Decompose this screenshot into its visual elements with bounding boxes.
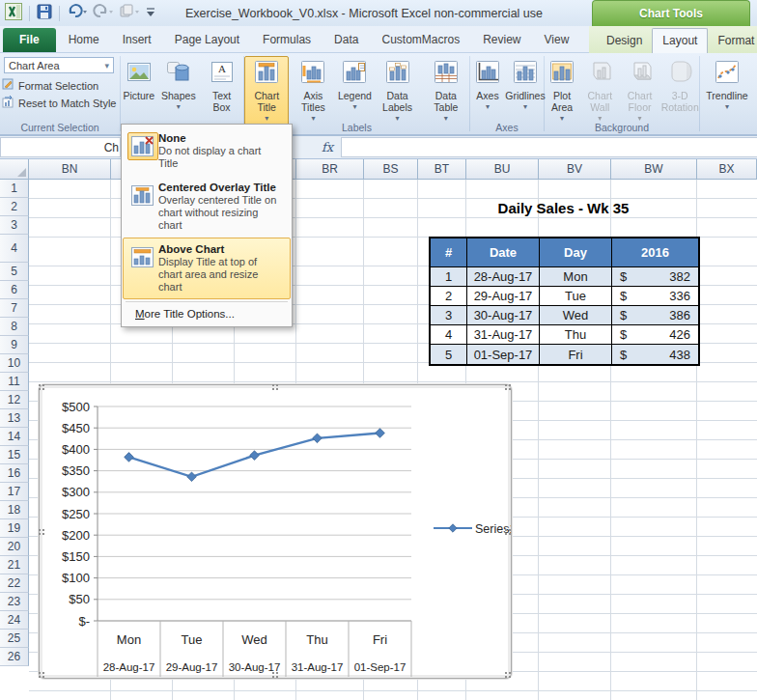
gridlines-icon [511, 59, 540, 88]
tab-insert[interactable]: Insert [112, 28, 162, 52]
redo-button[interactable] [92, 5, 115, 22]
column-header-bn[interactable]: BN [29, 159, 111, 180]
text-box-icon: A [208, 59, 237, 88]
row-header-12[interactable]: 12 [0, 391, 29, 409]
currency-symbol: $ [620, 308, 627, 322]
chart-resize-handle[interactable] [504, 528, 513, 537]
tab-data[interactable]: Data [323, 28, 369, 52]
button-axis-titles[interactable]: Axis Titles▾ [291, 56, 335, 126]
quick-access-toolbar [0, 0, 157, 26]
row-header-15[interactable]: 15 [0, 446, 29, 464]
button-shapes[interactable]: Shapes▾ [159, 56, 198, 114]
chart-resize-handle[interactable] [38, 383, 46, 392]
sheet-table-title: Daily Sales - Wk 35 [430, 199, 697, 218]
menu-item-above-chart[interactable]: Above ChartDisplay Title at top of chart… [123, 238, 291, 299]
button-gridlines[interactable]: Gridlines▾ [507, 56, 544, 114]
tab-page-layout[interactable]: Page Layout [164, 28, 250, 52]
row-header-1[interactable]: 1 [0, 180, 29, 198]
svg-text:31-Aug-17: 31-Aug-17 [292, 661, 344, 673]
row-header-16[interactable]: 16 [0, 464, 29, 483]
column-header-bv[interactable]: BV [539, 159, 611, 180]
row-header-2[interactable]: 2 [0, 198, 29, 216]
menu-item-more-title-options[interactable]: More Title Options... [122, 304, 292, 324]
column-header-bu[interactable]: BU [466, 159, 539, 180]
button-data-labels[interactable]: Data Labels▾ [374, 56, 420, 126]
tab-view[interactable]: View [534, 28, 580, 52]
chart-resize-handle[interactable] [271, 383, 280, 392]
row-header-14[interactable]: 14 [0, 428, 29, 446]
chart-floor-icon [626, 59, 655, 88]
chart-object[interactable]: $-$50$100$150$200$250$300$350$400$450$50… [39, 384, 512, 679]
row-header-23[interactable]: 23 [0, 593, 29, 611]
menu-item-title: Above Chart [158, 242, 280, 256]
cell-num: 4 [431, 325, 467, 345]
tab-file[interactable]: File [3, 28, 56, 52]
name-box[interactable]: Ch [0, 137, 121, 157]
undo-button[interactable] [66, 5, 89, 22]
tab-custommacros[interactable]: CustomMacros [371, 28, 470, 52]
tab-home[interactable]: Home [58, 28, 110, 52]
button-trendline[interactable]: Trendline▾ [703, 56, 750, 114]
chart-resize-handle[interactable] [38, 671, 46, 680]
row-header-19[interactable]: 19 [0, 519, 29, 538]
column-header-bw[interactable]: BW [611, 159, 697, 180]
chart-resize-handle[interactable] [504, 671, 513, 680]
row-header-17[interactable]: 17 [0, 483, 29, 501]
tab-review[interactable]: Review [472, 28, 531, 52]
insert-function-button[interactable]: fx [315, 137, 340, 157]
row-header-24[interactable]: 24 [0, 611, 29, 630]
button-picture[interactable]: Picture [121, 56, 157, 102]
menu-item-centered-overlay-title[interactable]: Centered Overlay TitleOverlay centered T… [123, 176, 291, 238]
svg-text:$250: $250 [62, 507, 90, 521]
button-chart-wall: Chart Wall▾ [581, 56, 619, 126]
contextual-tab-zone: DesignLayoutFormat [589, 26, 757, 53]
row-header-20[interactable]: 20 [0, 538, 29, 556]
column-header-br[interactable]: BR [296, 159, 364, 180]
chart-resize-handle[interactable] [271, 671, 280, 680]
row-header-8[interactable]: 8 [0, 318, 29, 336]
row-header-9[interactable]: 9 [0, 336, 29, 354]
chart-resize-handle[interactable] [504, 383, 513, 392]
quick-print-button[interactable] [118, 5, 141, 22]
button-label: Plot Area [547, 90, 576, 113]
button-axes[interactable]: Axes▾ [470, 56, 505, 114]
row-header-10[interactable]: 10 [0, 354, 29, 373]
formula-input[interactable] [341, 137, 757, 157]
save-button[interactable] [36, 5, 53, 22]
tab-layout[interactable]: Layout [652, 28, 708, 54]
button-text-box[interactable]: AText Box [200, 56, 243, 114]
row-header-25[interactable]: 25 [0, 630, 29, 648]
menu-item-none[interactable]: NoneDo not display a chart Title [123, 126, 291, 176]
select-all-corner[interactable] [0, 159, 29, 180]
chart-resize-handle[interactable] [38, 528, 46, 537]
legend-icon [340, 59, 369, 88]
svg-text:Mon: Mon [117, 632, 141, 647]
row-header-18[interactable]: 18 [0, 501, 29, 519]
tab-format[interactable]: Format [708, 29, 757, 53]
row-header-21[interactable]: 21 [0, 556, 29, 574]
tab-design[interactable]: Design [597, 29, 652, 53]
button-label: Axes [476, 90, 498, 101]
row-header-26[interactable]: 26 [0, 648, 29, 666]
button-legend[interactable]: Legend▾ [337, 56, 372, 114]
row-header-3[interactable]: 3 [0, 216, 29, 235]
column-header-bt[interactable]: BT [418, 159, 466, 180]
row-header-22[interactable]: 22 [0, 574, 29, 593]
tab-formulas[interactable]: Formulas [252, 28, 322, 52]
row-header-5[interactable]: 5 [0, 263, 29, 281]
customize-quick-access-toolbar-button[interactable] [144, 5, 157, 22]
row-header-7[interactable]: 7 [0, 299, 29, 318]
reset-to-match-style-button[interactable]: Reset to Match Style [2, 96, 117, 110]
button-data-table[interactable]: Data Table▾ [423, 56, 469, 126]
chart-elements-combobox[interactable]: Chart Area ▾ [4, 57, 114, 73]
button-chart-title[interactable]: Chart Title▾ [244, 56, 289, 126]
row-header-6[interactable]: 6 [0, 281, 29, 299]
column-header-bx[interactable]: BX [697, 159, 757, 180]
row-header-13[interactable]: 13 [0, 409, 29, 428]
format-selection-button[interactable]: Format Selection [2, 78, 98, 93]
row-header-11[interactable]: 11 [0, 373, 29, 391]
row-header-4[interactable]: 4 [0, 235, 29, 263]
button-plot-area[interactable]: Plot Area▾ [545, 56, 579, 126]
column-header-bs[interactable]: BS [364, 159, 418, 180]
chevron-down-icon: ▾ [104, 61, 109, 70]
